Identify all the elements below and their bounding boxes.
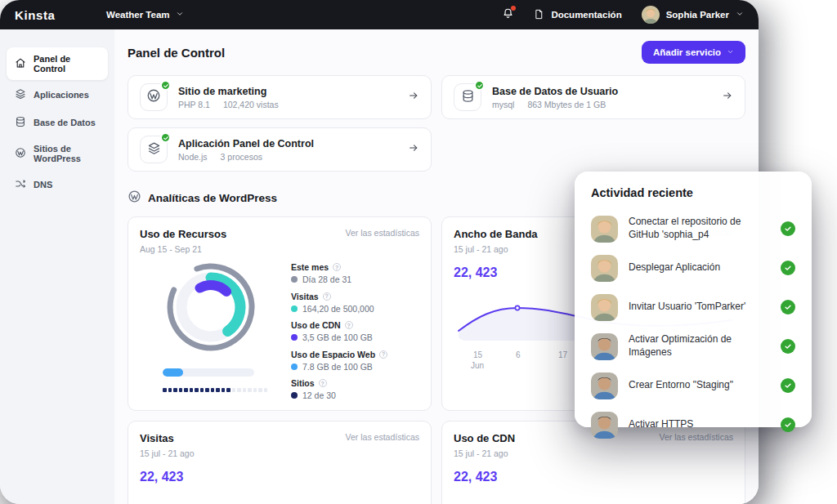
activity-item[interactable]: Desplegar Aplicación bbox=[591, 248, 795, 288]
web-space-progress-bar bbox=[163, 368, 254, 377]
stat-label: Uso de CDN bbox=[291, 320, 341, 330]
check-icon bbox=[781, 221, 795, 236]
activity-item[interactable]: Activar HTTPS bbox=[591, 405, 795, 444]
info-icon[interactable] bbox=[333, 263, 341, 271]
visits-value: 22, 423 bbox=[140, 470, 419, 484]
service-icon-box bbox=[140, 83, 168, 111]
service-title: Sitio de marketing bbox=[178, 86, 279, 97]
check-icon bbox=[781, 300, 795, 314]
service-card-user-database[interactable]: Base de Datos de Usuario mysql 863 Mbyte… bbox=[441, 75, 745, 119]
activity-text: Conectar el repositorio de GitHub 'sophi… bbox=[629, 216, 770, 241]
service-meta-usage: 102,420 vistas bbox=[223, 100, 279, 109]
database-icon bbox=[461, 89, 475, 106]
sidebar-label: Sitios de WordPress bbox=[34, 144, 100, 163]
chevron-down-icon bbox=[736, 10, 744, 20]
date-range: Aug 15 - Sep 21 bbox=[140, 244, 419, 254]
documentation-link[interactable]: Documentación bbox=[534, 9, 621, 21]
stat-sitios: Sitios 12 de 30 bbox=[291, 378, 419, 400]
date-range: 15 jul - 21 ago bbox=[454, 448, 733, 458]
home-icon bbox=[15, 57, 26, 70]
sidebar-label: Base de Datos bbox=[34, 118, 96, 127]
resource-stats: Este mes Día 28 de 31 Visitas 164,20 de … bbox=[291, 257, 419, 400]
sidebar-label: Panel de Control bbox=[34, 54, 100, 74]
documentation-label: Documentación bbox=[551, 10, 621, 20]
sidebar-item-base-de-datos[interactable]: Base de Datos bbox=[7, 109, 108, 136]
sidebar-item-panel-de-control[interactable]: Panel de Control bbox=[7, 47, 108, 80]
recent-activity-popup: Actividad reciente Conectar el repositor… bbox=[575, 172, 812, 427]
wordpress-icon bbox=[128, 190, 141, 207]
activity-item[interactable]: Conectar el repositorio de GitHub 'sophi… bbox=[591, 209, 795, 248]
sites-dot-meter bbox=[163, 388, 291, 392]
layers-icon bbox=[147, 141, 161, 158]
notifications-button[interactable] bbox=[502, 7, 514, 23]
status-check-icon bbox=[160, 80, 171, 91]
info-icon[interactable] bbox=[345, 321, 353, 329]
info-icon[interactable] bbox=[323, 292, 331, 301]
legend-dot bbox=[291, 276, 298, 283]
popup-title: Actividad reciente bbox=[591, 186, 795, 199]
check-icon bbox=[781, 417, 795, 432]
legend-dot bbox=[291, 306, 298, 312]
info-icon[interactable] bbox=[379, 350, 387, 359]
info-icon[interactable] bbox=[319, 379, 327, 387]
card-title: Uso de CDN bbox=[454, 432, 515, 444]
activity-item[interactable]: Crear Entorno "Staging" bbox=[591, 366, 795, 405]
add-service-label: Añadir servicio bbox=[653, 47, 721, 57]
service-card-dashboard-app[interactable]: Aplicación Panel de Control Node.js 3 pr… bbox=[128, 127, 432, 172]
wordpress-icon bbox=[15, 147, 26, 160]
page-title: Panel de Control bbox=[128, 46, 225, 60]
service-icon-box bbox=[140, 136, 168, 163]
card-title: Uso de Recursos bbox=[140, 228, 226, 240]
activity-item[interactable]: Invitar Usuario 'TomParker' bbox=[591, 288, 795, 327]
legend-dot bbox=[291, 364, 298, 370]
sidebar-item-sitios-de-wordpress[interactable]: Sitios de WordPress bbox=[7, 137, 108, 170]
chevron-down-icon bbox=[727, 47, 734, 57]
stat-uso-de-espacio-web: Uso de Espacio Web 7.8 GB de 100 GB bbox=[291, 350, 419, 372]
user-menu[interactable]: Sophia Parker bbox=[642, 6, 744, 24]
card-title: Ancho de Banda bbox=[454, 228, 538, 240]
avatar bbox=[591, 255, 618, 282]
service-card-marketing-site[interactable]: Sitio de marketing PHP 8.1 102,420 vista… bbox=[128, 75, 432, 119]
top-bar: Kinsta Weather Team bbox=[0, 0, 759, 29]
legend-dot bbox=[291, 334, 298, 341]
wordpress-icon bbox=[146, 88, 161, 106]
dns-icon bbox=[15, 178, 26, 191]
x-tick: 17 bbox=[558, 350, 567, 359]
stat-value: 7.8 GB de 100 GB bbox=[302, 362, 373, 372]
team-switcher[interactable]: Weather Team bbox=[106, 10, 184, 20]
x-tick: 15 bbox=[473, 350, 482, 359]
resource-charts bbox=[140, 257, 291, 400]
view-stats-link[interactable]: Ver las estadísticas bbox=[346, 228, 419, 238]
date-range: 15 jul - 21 ago bbox=[140, 448, 419, 458]
stat-value: Día 28 de 31 bbox=[302, 274, 351, 284]
add-service-button[interactable]: Añadir servicio bbox=[642, 41, 745, 64]
chevron-down-icon bbox=[176, 10, 184, 20]
section-title: Analíticas de WordPress bbox=[148, 192, 277, 204]
activity-text: Crear Entorno "Staging" bbox=[629, 379, 770, 392]
service-meta-runtime: PHP 8.1 bbox=[178, 100, 210, 109]
status-check-icon bbox=[474, 80, 485, 91]
arrow-right-icon[interactable] bbox=[722, 90, 733, 105]
arrow-right-icon[interactable] bbox=[408, 90, 419, 105]
sidebar-item-aplicaciones[interactable]: Aplicaciones bbox=[7, 82, 108, 108]
view-stats-link[interactable]: Ver las estadísticas bbox=[346, 432, 419, 442]
avatar bbox=[591, 294, 618, 321]
sidebar-label: DNS bbox=[34, 180, 52, 190]
service-meta-runtime: Node.js bbox=[178, 152, 208, 162]
service-title: Base de Datos de Usuario bbox=[492, 86, 618, 97]
service-meta-usage: 863 Mbytes de 1 GB bbox=[527, 100, 606, 109]
stat-uso-de-cdn: Uso de CDN 3,5 GB de 100 GB bbox=[291, 320, 419, 342]
stat-value: 3,5 GB de 100 GB bbox=[302, 332, 373, 342]
sidebar-item-dns[interactable]: DNS bbox=[7, 172, 108, 198]
arrow-right-icon[interactable] bbox=[408, 142, 419, 157]
activity-text: Activar Optimización de Imágenes bbox=[629, 333, 770, 359]
stat-value: 164,20 de 500,000 bbox=[302, 304, 374, 314]
sidebar-label: Aplicaciones bbox=[34, 90, 89, 100]
kinsta-logo: Kinsta bbox=[15, 8, 106, 22]
activity-text: Activar HTTPS bbox=[629, 418, 770, 431]
activity-item[interactable]: Activar Optimización de Imágenes bbox=[591, 327, 795, 366]
stat-label: Este mes bbox=[291, 262, 329, 272]
stat-este-mes: Este mes Día 28 de 31 bbox=[291, 262, 419, 284]
card-title: Visitas bbox=[140, 432, 174, 444]
avatar bbox=[591, 216, 618, 243]
